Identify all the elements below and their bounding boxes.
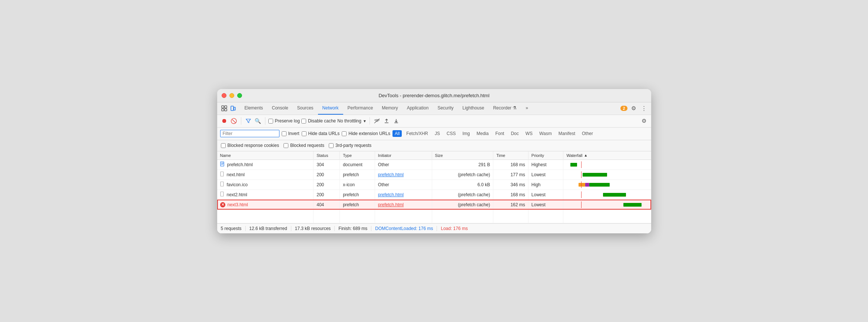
filter-js-button[interactable]: JS (433, 130, 442, 137)
tab-elements[interactable]: Elements (240, 102, 268, 115)
table-row[interactable]: next2.html200prefetchprefetch.html(prefe… (217, 190, 651, 200)
filter-manifest-button[interactable]: Manifest (556, 130, 577, 137)
filter-img-button[interactable]: Img (460, 130, 472, 137)
filter-media-button[interactable]: Media (474, 130, 491, 137)
blocked-requests-input[interactable] (284, 143, 288, 148)
filter-input[interactable] (220, 130, 279, 137)
inspect-icon[interactable] (220, 104, 228, 112)
blocked-requests-checkbox[interactable]: Blocked requests (284, 143, 324, 148)
download-icon[interactable] (392, 117, 400, 125)
disable-cache-checkbox[interactable]: Disable cache (301, 118, 336, 124)
hide-extension-urls-input[interactable] (342, 131, 347, 136)
network-settings-icon[interactable]: ⚙ (640, 117, 648, 125)
third-party-label: 3rd-party requests (335, 143, 371, 148)
invert-input[interactable] (282, 131, 286, 136)
cell-priority: Lowest (528, 170, 563, 180)
disable-cache-input[interactable] (301, 119, 306, 124)
third-party-checkbox[interactable]: 3rd-party requests (329, 143, 371, 148)
filter-doc-button[interactable]: Doc (508, 130, 521, 137)
more-options-icon[interactable]: ⋮ (640, 104, 648, 112)
waterfall-redline (581, 191, 582, 198)
invert-checkbox[interactable]: Invert (282, 131, 299, 136)
tab-security[interactable]: Security (433, 102, 458, 115)
device-toolbar-icon[interactable] (229, 104, 237, 112)
invert-label: Invert (288, 131, 299, 136)
blocked-cookies-input[interactable] (221, 143, 226, 148)
close-button[interactable] (222, 93, 226, 98)
cell-waterfall (563, 180, 651, 190)
transferred-size: 12.6 kB transferred (246, 226, 291, 231)
blocked-requests-label: Blocked requests (290, 143, 324, 148)
table-row[interactable]: next.html200prefetchprefetch.html(prefet… (217, 170, 651, 180)
dom-content-loaded: DOMContentLoaded: 176 ms (371, 226, 437, 231)
filter-css-button[interactable]: CSS (444, 130, 458, 137)
cell-name: favicon.ico (217, 180, 314, 190)
hide-data-urls-checkbox[interactable]: Hide data URLs (302, 131, 340, 136)
tab-performance[interactable]: Performance (343, 102, 378, 115)
tab-console[interactable]: Console (268, 102, 293, 115)
search-button[interactable]: 🔍 (254, 117, 262, 125)
blocked-cookies-checkbox[interactable]: Blocked response cookies (221, 143, 279, 148)
cell-initiator[interactable]: prefetch.html (375, 200, 432, 210)
tab-recorder[interactable]: Recorder ⚗ (488, 102, 521, 115)
th-waterfall[interactable]: Waterfall ▲ (563, 151, 651, 160)
throttle-dropdown[interactable]: No throttling ▼ (337, 118, 367, 124)
record-stop-button[interactable]: ⏺ (220, 117, 228, 125)
table-row[interactable]: ✕next3.html404prefetchprefetch.html(pref… (217, 200, 651, 210)
maximize-button[interactable] (237, 93, 242, 98)
preserve-log-input[interactable] (268, 119, 273, 124)
waterfall-sort-arrow: ▲ (584, 153, 587, 157)
filter-all-button[interactable]: All (392, 130, 402, 137)
minimize-button[interactable] (229, 93, 234, 98)
th-name[interactable]: Name (217, 151, 314, 160)
doc-icon (220, 161, 225, 168)
initiator-link[interactable]: prefetch.html (378, 202, 404, 207)
th-type[interactable]: Type (340, 151, 375, 160)
tab-lighthouse[interactable]: Lighthouse (458, 102, 489, 115)
cell-waterfall (563, 190, 651, 200)
initiator-link[interactable]: prefetch.html (378, 172, 404, 177)
filter-fetch-xhr-button[interactable]: Fetch/XHR (404, 130, 430, 137)
waterfall-redline (581, 171, 582, 178)
tab-sources[interactable]: Sources (293, 102, 318, 115)
upload-icon[interactable] (382, 117, 391, 125)
waterfall-redline (581, 181, 582, 188)
th-status[interactable]: Status (314, 151, 340, 160)
window-title: DevTools - prerender-demos.glitch.me/pre… (378, 93, 489, 98)
cell-time: 346 ms (493, 180, 529, 190)
cell-name: next.html (217, 170, 314, 180)
settings-icon[interactable]: ⚙ (630, 104, 638, 112)
hide-extension-urls-checkbox[interactable]: Hide extension URLs (342, 131, 390, 136)
throttle-arrow-icon: ▼ (363, 119, 367, 123)
cell-status: 200 (314, 190, 340, 200)
th-time[interactable]: Time (493, 151, 529, 160)
filter-ws-button[interactable]: WS (523, 130, 535, 137)
table-row[interactable]: prefetch.html304documentOther291 B168 ms… (217, 160, 651, 170)
tab-more[interactable]: » (521, 102, 533, 115)
devtools-body: Elements Console Sources Network Perform… (217, 102, 651, 233)
table-row[interactable]: favicon.ico200x-iconOther6.0 kB346 msHig… (217, 180, 651, 190)
separator-1 (241, 117, 241, 125)
hide-data-urls-input[interactable] (302, 131, 307, 136)
cell-priority: Lowest (528, 190, 563, 200)
tab-memory[interactable]: Memory (377, 102, 402, 115)
cell-initiator[interactable]: prefetch.html (375, 170, 432, 180)
clear-button[interactable]: 🚫 (230, 117, 238, 125)
wifi-icon[interactable] (373, 117, 381, 125)
filter-wasm-button[interactable]: Wasm (537, 130, 554, 137)
filter-other-button[interactable]: Other (580, 130, 595, 137)
waterfall-redline (581, 161, 582, 168)
th-priority[interactable]: Priority (528, 151, 563, 160)
third-party-input[interactable] (329, 143, 334, 148)
filter-icon-button[interactable] (244, 117, 252, 125)
initiator-link[interactable]: prefetch.html (378, 192, 404, 197)
filter-font-button[interactable]: Font (493, 130, 506, 137)
cell-initiator[interactable]: prefetch.html (375, 190, 432, 200)
preserve-log-checkbox[interactable]: Preserve log (268, 118, 300, 124)
th-initiator[interactable]: Initiator (375, 151, 432, 160)
file-icon (220, 191, 225, 198)
th-size[interactable]: Size (432, 151, 493, 160)
tab-network[interactable]: Network (318, 102, 343, 115)
network-filter-bar: Invert Hide data URLs Hide extension URL… (217, 128, 651, 140)
tab-application[interactable]: Application (402, 102, 433, 115)
